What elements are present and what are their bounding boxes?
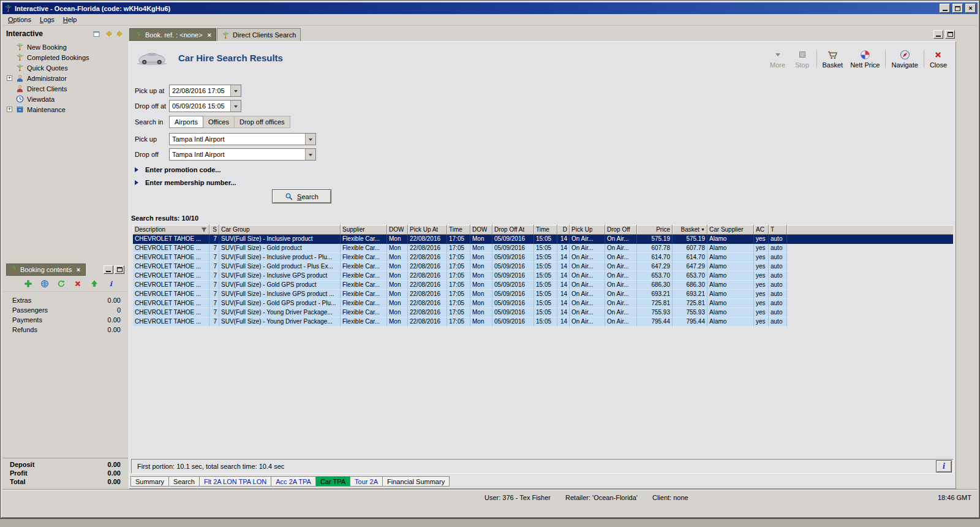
- promo-code-expander[interactable]: Enter promotion code...: [135, 164, 502, 176]
- nett-price-button[interactable]: Nett Price: [846, 48, 883, 70]
- sidebar-item-viewdata[interactable]: Viewdata: [2, 94, 128, 104]
- bottom-tab-search[interactable]: Search: [168, 476, 200, 487]
- sidebar-item-direct-clients[interactable]: Direct Clients: [2, 83, 128, 94]
- bottom-tab-flt-2a-lon-tpa-lon[interactable]: Flt 2A LON TPA LON: [199, 476, 271, 487]
- booking-close-icon[interactable]: ×: [74, 265, 82, 273]
- bottom-tab-summary[interactable]: Summary: [130, 476, 169, 487]
- info-button[interactable]: i: [936, 460, 952, 472]
- column-header-time-6[interactable]: Time: [447, 225, 470, 235]
- delete-button[interactable]: [72, 278, 83, 289]
- column-header-ac-16[interactable]: AC: [754, 225, 769, 235]
- result-cell: yes: [754, 244, 769, 253]
- result-row[interactable]: CHEVROLET TAHOE ...7SUV(Full Size) - Gol…: [133, 244, 953, 253]
- bottom-tab-acc-2a-tpa[interactable]: Acc 2A TPA: [271, 476, 316, 487]
- close-button[interactable]: Close: [926, 48, 951, 70]
- pickup-dropdown-button[interactable]: [305, 134, 315, 145]
- result-row[interactable]: CHEVROLET TAHOE ...7SUV(Full Size) - You…: [133, 317, 953, 327]
- column-header-pick-up-at-5[interactable]: Pick Up At: [408, 225, 447, 235]
- column-header-time-9[interactable]: Time: [534, 225, 557, 235]
- globe-button[interactable]: [39, 278, 50, 289]
- column-header-basket-14[interactable]: Basket▼: [673, 225, 707, 235]
- membership-expander[interactable]: Enter membership number...: [135, 176, 502, 189]
- booking-restore-button[interactable]: [115, 265, 124, 274]
- booking-minimize-button[interactable]: [104, 265, 113, 274]
- info-icon: i: [943, 461, 945, 471]
- info-button[interactable]: i: [105, 278, 116, 289]
- dropoff-combobox[interactable]: Tampa Intl Airport: [169, 148, 316, 161]
- column-header-drop-off-at-8[interactable]: Drop Off At: [492, 225, 534, 235]
- column-header-t-17[interactable]: T: [769, 225, 787, 235]
- dock-right-button[interactable]: [114, 29, 126, 39]
- result-cell: 7: [209, 317, 219, 327]
- booking-row-extras[interactable]: Extras0.00: [2, 295, 128, 305]
- column-header-pick-up-11[interactable]: Pick Up: [570, 225, 605, 235]
- column-header-car-supplier-15[interactable]: Car Supplier: [707, 225, 754, 235]
- result-row[interactable]: CHEVROLET TAHOE ...7SUV(Full Size) - Inc…: [133, 235, 953, 244]
- content-panel: Car Hire Search Results MoreStopBasketNe…: [129, 41, 956, 489]
- pane-minimize-button[interactable]: [933, 30, 943, 39]
- dropoff-dropdown-button[interactable]: [305, 149, 315, 160]
- layout-button[interactable]: [91, 29, 102, 39]
- basket-button[interactable]: Basket: [819, 48, 847, 70]
- result-row[interactable]: CHEVROLET TAHOE ...7SUV(Full Size) - Gol…: [133, 262, 953, 271]
- dropoff-at-dropdown-button[interactable]: [230, 100, 241, 112]
- booking-total-value: 0.00: [108, 469, 121, 478]
- dropoff-at-combobox[interactable]: 05/09/2016 15:05: [169, 100, 241, 112]
- column-header-d-10[interactable]: D: [557, 225, 570, 235]
- result-row[interactable]: CHEVROLET TAHOE ...7SUV(Full Size) - You…: [133, 308, 953, 317]
- booking-row-passengers[interactable]: Passengers0: [2, 305, 128, 315]
- search-in-tab-airports[interactable]: Airports: [169, 116, 203, 128]
- booking-contents-titlebar: Booking contents ×: [2, 263, 128, 276]
- expand-icon[interactable]: +: [7, 107, 12, 112]
- expand-icon[interactable]: +: [7, 75, 12, 81]
- close-button[interactable]: ×: [965, 4, 976, 13]
- minimize-button[interactable]: [940, 4, 950, 13]
- booking-contents-tab[interactable]: Booking contents ×: [6, 264, 86, 276]
- column-header-drop-off-12[interactable]: Drop Off: [605, 225, 637, 235]
- column-header-supplier-3[interactable]: Supplier: [341, 225, 387, 235]
- search-in-tab-offices[interactable]: Offices: [203, 116, 235, 128]
- result-row[interactable]: CHEVROLET TAHOE ...7SUV(Full Size) - Inc…: [133, 290, 953, 299]
- column-header-s-1[interactable]: S: [209, 225, 219, 235]
- column-header-dow-7[interactable]: DOW: [470, 225, 492, 235]
- menu-item-help[interactable]: Help: [59, 15, 81, 25]
- booking-row-payments[interactable]: Payments0.00: [2, 315, 128, 325]
- pickup-combobox[interactable]: Tampa Intl Airport: [169, 133, 316, 145]
- dock-left-button[interactable]: [102, 29, 114, 39]
- search-button[interactable]: Search: [272, 189, 331, 203]
- sidebar-item-maintenance[interactable]: +Maintenance: [2, 104, 128, 115]
- column-header-label: Price: [656, 226, 670, 233]
- booking-row-refunds[interactable]: Refunds0.00: [2, 325, 128, 335]
- result-row[interactable]: CHEVROLET TAHOE ...7SUV(Full Size) - Gol…: [133, 281, 953, 290]
- result-row[interactable]: CHEVROLET TAHOE ...7SUV(Full Size) - Inc…: [133, 253, 953, 262]
- result-row[interactable]: CHEVROLET TAHOE ...7SUV(Full Size) - Gol…: [133, 299, 953, 308]
- pickup-at-combobox[interactable]: 22/08/2016 17:05: [169, 85, 241, 97]
- tab-direct-clients-search[interactable]: Direct Clients Search: [217, 28, 301, 41]
- menu-item-options[interactable]: Options: [4, 15, 36, 25]
- result-cell: On Air...: [605, 281, 637, 290]
- search-in-tab-drop-off-offices[interactable]: Drop off offices: [235, 116, 290, 128]
- sidebar-item-quick-quotes[interactable]: Quick Quotes: [2, 63, 128, 73]
- bottom-tab-financial-summary[interactable]: Financial Summary: [382, 476, 450, 487]
- column-header-car-group-2[interactable]: Car Group: [219, 225, 341, 235]
- column-header-price-13[interactable]: Price: [637, 225, 673, 235]
- refresh-button[interactable]: [56, 278, 67, 289]
- bottom-tab-car-tpa[interactable]: Car TPA: [315, 476, 350, 487]
- pane-restore-button[interactable]: [945, 30, 955, 39]
- bottom-tab-tour-2a[interactable]: Tour 2A: [350, 476, 383, 487]
- sidebar-item-administrator[interactable]: +Administrator: [2, 73, 128, 83]
- column-header-dow-4[interactable]: DOW: [387, 225, 408, 235]
- sidebar-item-completed-bookings[interactable]: Completed Bookings: [2, 52, 128, 63]
- up-button[interactable]: [89, 278, 100, 289]
- column-header-description-0[interactable]: Description: [133, 225, 209, 235]
- result-row[interactable]: CHEVROLET TAHOE ...7SUV(Full Size) - Inc…: [133, 271, 953, 281]
- tab-close-icon[interactable]: ×: [208, 31, 211, 39]
- navigate-button[interactable]: Navigate: [888, 48, 921, 70]
- maximize-button[interactable]: [952, 4, 963, 13]
- pickup-at-dropdown-button[interactable]: [230, 85, 241, 96]
- sidebar-item-new-booking[interactable]: New Booking: [2, 42, 128, 52]
- add-button[interactable]: [23, 278, 34, 289]
- result-cell: auto: [769, 262, 787, 271]
- tab-book-ref-none[interactable]: Book. ref. : <none>×: [129, 28, 216, 41]
- menu-item-logs[interactable]: Logs: [36, 15, 59, 25]
